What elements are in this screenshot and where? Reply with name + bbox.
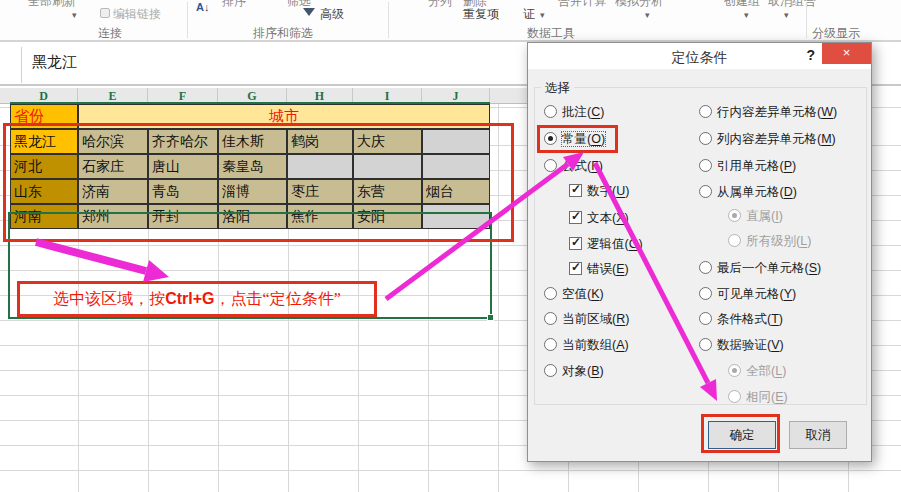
radio-icon[interactable] — [544, 287, 557, 300]
cell-city[interactable]: 石家庄 — [78, 154, 148, 179]
checkbox-icon[interactable] — [569, 262, 582, 275]
radio-icon[interactable] — [699, 312, 712, 325]
radio-B-option[interactable]: 对象(B) — [544, 363, 604, 380]
radio-R-option[interactable]: 当前区域(R) — [544, 311, 629, 328]
checkbox-X-option[interactable]: 文本(X) — [569, 210, 629, 227]
what-if-clipped[interactable]: 模拟分析 — [615, 0, 663, 7]
consolidate-clipped[interactable]: 合并计算 — [558, 0, 606, 7]
option-label: 最后一个单元格(S) — [717, 261, 821, 275]
help-icon[interactable]: ? — [806, 47, 815, 63]
data-validation-button[interactable]: 证 — [523, 6, 535, 23]
radio-icon[interactable] — [699, 105, 712, 118]
ribbon-separator — [388, 2, 389, 38]
cell-city[interactable] — [353, 154, 422, 179]
checkbox-icon[interactable] — [569, 184, 582, 197]
cell-city[interactable] — [422, 154, 490, 179]
radio-A-option[interactable]: 当前数组(A) — [544, 337, 629, 354]
radio-D-option[interactable]: 从属单元格(D) — [699, 184, 797, 201]
radio-icon — [728, 209, 741, 222]
refresh-dropdown-caret[interactable]: ▾ — [72, 10, 77, 20]
sort-ascending-icon[interactable]: A↓ — [196, 1, 209, 13]
cell-city[interactable]: 齐齐哈尔 — [148, 129, 218, 154]
option-label: 当前区域(R) — [562, 312, 629, 326]
checkbox-G-option[interactable]: 逻辑值(G) — [569, 236, 643, 253]
radio-C-option[interactable]: 批注(C) — [544, 104, 604, 121]
group-label-outline: 分级显示 — [812, 25, 860, 42]
go-to-special-dialog: 定位条件 ? × 选择 批注(C)常量(O)公式(F)数字(U)文本(X)逻辑值… — [527, 42, 872, 462]
option-label: 从属单元格(D) — [717, 185, 797, 199]
advanced-filter-button[interactable]: 高级 — [320, 6, 344, 23]
radio-icon[interactable] — [699, 261, 712, 274]
cell-city[interactable]: 枣庄 — [287, 179, 353, 204]
radio-V-option[interactable]: 数据验证(V) — [699, 337, 784, 354]
radio-T-option[interactable]: 条件格式(T) — [699, 311, 783, 328]
checkbox-U-option[interactable]: 数字(U) — [569, 183, 629, 200]
cell-province[interactable]: 山东 — [10, 179, 78, 204]
option-label: 对象(B) — [562, 364, 604, 378]
radio-S-option[interactable]: 最后一个单元格(S) — [699, 260, 821, 277]
ungroup-button-clipped[interactable]: 取消组合 — [768, 0, 816, 7]
cell-province[interactable]: 河北 — [10, 154, 78, 179]
filter-button-clipped[interactable]: 筛选 — [287, 0, 311, 7]
formula-bar-value[interactable]: 黑龙江 — [32, 53, 77, 72]
radio-W-option[interactable]: 行内容差异单元格(W) — [699, 104, 837, 121]
radio-P-option[interactable]: 引用单元格(P) — [699, 158, 796, 175]
what-if-caret[interactable]: ▾ — [645, 10, 650, 20]
radio-Y-option[interactable]: 可见单元格(Y) — [699, 286, 796, 303]
radio-icon — [728, 390, 741, 403]
dialog-title-bar[interactable]: 定位条件 ? × — [528, 43, 871, 69]
cell-city[interactable]: 青岛 — [148, 179, 218, 204]
cell-city-header[interactable]: 城市 — [78, 104, 490, 129]
radio-icon[interactable] — [544, 312, 557, 325]
cancel-button[interactable]: 取消 — [789, 421, 847, 449]
checkbox-icon[interactable] — [569, 211, 582, 224]
sort-button-clipped[interactable]: 排序 — [222, 0, 246, 7]
checkbox-icon[interactable] — [569, 237, 582, 250]
cell-city[interactable]: 淄博 — [218, 179, 287, 204]
cell-city[interactable]: 大庆 — [353, 129, 422, 154]
option-label: 行内容差异单元格(W) — [717, 105, 837, 119]
cell-city[interactable]: 哈尔滨 — [78, 129, 148, 154]
cell-city[interactable]: 烟台 — [422, 179, 490, 204]
radio-icon[interactable] — [544, 338, 557, 351]
group-label-sort-filter: 排序和筛选 — [253, 25, 313, 42]
cell-city[interactable]: 秦皇岛 — [218, 154, 287, 179]
ungroup-caret[interactable]: ▾ — [784, 10, 789, 20]
group-button-clipped[interactable]: 创建组 — [724, 0, 760, 7]
cell-city[interactable]: 佳木斯 — [218, 129, 287, 154]
radio-M-option[interactable]: 列内容差异单元格(M) — [699, 131, 836, 148]
radio-icon[interactable] — [699, 185, 712, 198]
radio-icon[interactable] — [699, 159, 712, 172]
radio-icon[interactable] — [544, 159, 557, 172]
cell-city[interactable] — [287, 154, 353, 179]
close-icon[interactable]: × — [822, 43, 871, 64]
cell-province[interactable]: 黑龙江 — [10, 129, 78, 154]
radio-K-option[interactable]: 空值(K) — [544, 286, 604, 303]
radio-icon[interactable] — [544, 364, 557, 377]
radio-O-option[interactable]: 常量(O) — [544, 131, 605, 148]
chain-icon — [100, 8, 110, 18]
data-validation-caret[interactable]: ▾ — [540, 10, 545, 20]
radio-icon[interactable] — [699, 132, 712, 145]
option-label: 数据验证(V) — [717, 338, 784, 352]
cell-city[interactable]: 鹤岗 — [287, 129, 353, 154]
selection-fill-handle[interactable] — [487, 314, 494, 321]
cell-province-header[interactable]: 省份 — [10, 104, 78, 129]
refresh-all-clipped[interactable]: 全部刷新 — [28, 0, 76, 7]
radio-F-option[interactable]: 公式(F) — [544, 158, 603, 175]
checkbox-E-option[interactable]: 错误(E) — [569, 261, 629, 278]
cell-city[interactable]: 东营 — [353, 179, 422, 204]
radio-icon[interactable] — [544, 132, 557, 145]
group-caret[interactable]: ▾ — [744, 10, 749, 20]
radio-icon[interactable] — [699, 338, 712, 351]
remove-duplicates-button[interactable]: 重复项 — [463, 6, 499, 23]
radio-icon[interactable] — [544, 105, 557, 118]
edit-links-button[interactable]: 编辑链接 — [100, 6, 161, 23]
text-to-columns-clipped[interactable]: 分列 — [428, 0, 452, 7]
cell-city[interactable] — [422, 129, 490, 154]
radio-icon[interactable] — [699, 287, 712, 300]
cell-city[interactable]: 济南 — [78, 179, 148, 204]
radio-E-option: 相同(E) — [728, 389, 788, 406]
cell-city[interactable]: 唐山 — [148, 154, 218, 179]
ok-button[interactable]: 确定 — [708, 421, 776, 449]
